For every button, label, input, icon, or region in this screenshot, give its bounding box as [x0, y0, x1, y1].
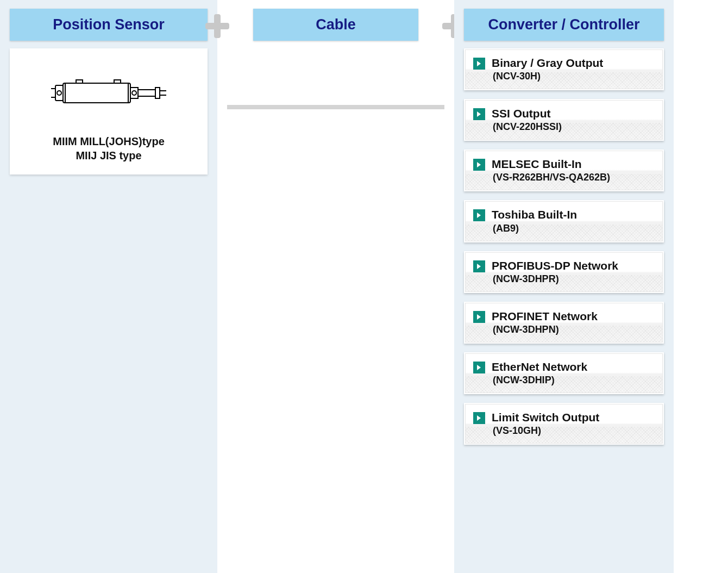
converter-item[interactable]: Binary / Gray Output(NCV-30H) [464, 48, 664, 90]
converter-model: (VS-10GH) [493, 425, 599, 437]
divider [227, 105, 444, 109]
cylinder-icon [49, 76, 168, 110]
converter-model: (AB9) [493, 223, 577, 234]
column-cable: Cable [217, 0, 454, 573]
column-converter: Converter / Controller Binary / Gray Out… [454, 0, 674, 573]
arrow-right-icon [473, 362, 485, 373]
layout: Position Sensor [0, 0, 728, 573]
sensor-card: MIIM MILL(JOHS)type MIIJ JIS type [10, 48, 208, 175]
svg-rect-13 [76, 80, 83, 83]
converter-title: MELSEC Built-In [492, 158, 610, 171]
converter-item[interactable]: SSI Output(NCV-220HSSI) [464, 99, 664, 141]
converter-title: Toshiba Built-In [492, 208, 577, 221]
converter-title: EtherNet Network [492, 360, 587, 373]
svg-point-3 [57, 91, 61, 95]
converter-model: (NCW-3DHPN) [493, 324, 598, 335]
svg-rect-10 [155, 88, 160, 98]
sensor-caption: MIIM MILL(JOHS)type MIIJ JIS type [21, 134, 197, 163]
svg-rect-14 [114, 80, 121, 83]
header-converter: Converter / Controller [464, 9, 664, 41]
sensor-caption-line1: MIIM MILL(JOHS)type [21, 134, 197, 148]
arrow-right-icon [473, 108, 485, 120]
arrow-right-icon [473, 58, 485, 70]
header-position-sensor: Position Sensor [10, 9, 208, 41]
converter-item[interactable]: Toshiba Built-In(AB9) [464, 200, 664, 242]
arrow-right-icon [473, 260, 485, 272]
converter-item[interactable]: Limit Switch Output(VS-10GH) [464, 403, 664, 445]
converter-item[interactable]: MELSEC Built-In(VS-R262BH/VS-QA262B) [464, 150, 664, 191]
sensor-caption-line2: MIIJ JIS type [21, 148, 197, 163]
converter-list: Binary / Gray Output(NCV-30H)SSI Output(… [464, 48, 664, 445]
converter-title: Binary / Gray Output [492, 57, 603, 70]
converter-title: Limit Switch Output [492, 411, 599, 424]
arrow-right-icon [473, 412, 485, 424]
arrow-right-icon [473, 159, 485, 171]
header-cable: Cable [253, 9, 418, 41]
converter-item[interactable]: PROFIBUS-DP Network(NCW-3DHPR) [464, 251, 664, 293]
svg-rect-4 [63, 83, 130, 103]
converter-title: SSI Output [492, 107, 562, 120]
svg-rect-9 [138, 90, 155, 96]
converter-model: (VS-R262BH/VS-QA262B) [493, 172, 610, 183]
converter-title: PROFIBUS-DP Network [492, 259, 618, 272]
converter-model: (NCW-3DHPR) [493, 273, 618, 285]
arrow-right-icon [473, 209, 485, 221]
column-position-sensor: Position Sensor [0, 0, 217, 573]
arrow-right-icon [473, 311, 485, 323]
converter-item[interactable]: EtherNet Network(NCW-3DHIP) [464, 352, 664, 394]
converter-model: (NCV-30H) [493, 71, 603, 82]
converter-model: (NCV-220HSSI) [493, 121, 562, 133]
sensor-illustration [21, 76, 197, 110]
converter-model: (NCW-3DHIP) [493, 375, 587, 386]
svg-point-8 [132, 91, 136, 95]
converter-title: PROFINET Network [492, 310, 598, 323]
converter-item[interactable]: PROFINET Network(NCW-3DHPN) [464, 302, 664, 344]
